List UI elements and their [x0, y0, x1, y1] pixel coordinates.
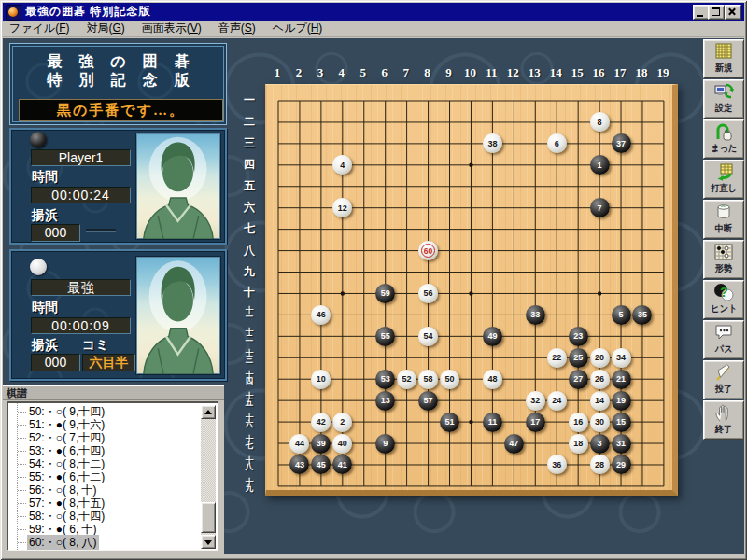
- captures-label: 揚浜: [32, 207, 58, 224]
- client-area: 最強の囲碁 特別記念版 黒の手番です…。 Player1 時間 00:00:24…: [3, 38, 744, 554]
- record-header: 棋譜: [3, 385, 224, 400]
- tool-label: 中断: [715, 222, 732, 235]
- stone-31: 31: [612, 434, 631, 454]
- turn-status: 黒の手番です…。: [19, 99, 223, 121]
- stone-59: 59: [375, 284, 395, 303]
- row-label: 十: [237, 284, 261, 301]
- mini-board-icon: [713, 243, 734, 262]
- stone-9: 9: [375, 434, 395, 454]
- move-list-item[interactable]: 60:・○( 8, 八): [8, 536, 218, 549]
- banner-frame: 最強の囲碁 特別記念版 黒の手番です…。: [12, 46, 224, 122]
- tool-label: パス: [715, 343, 733, 356]
- col-label: 1: [268, 65, 287, 80]
- stone-16: 16: [569, 413, 588, 432]
- suspend-button[interactable]: 中断: [703, 200, 744, 239]
- new-game-button[interactable]: 新規: [703, 39, 744, 78]
- stone-29: 29: [612, 455, 631, 474]
- tree-connector: [18, 451, 26, 452]
- tree-connector: [18, 438, 26, 439]
- stone-5: 5: [612, 305, 631, 325]
- row-label: 十七: [237, 434, 261, 451]
- col-label: 9: [440, 65, 458, 80]
- scroll-up-button[interactable]: [201, 405, 216, 419]
- undo-button[interactable]: まった: [703, 119, 744, 159]
- player-black-captures: 000: [31, 224, 80, 242]
- tree-connector: [18, 477, 26, 478]
- menu-item-3[interactable]: 画面表示(V): [142, 21, 202, 36]
- stone-42: 42: [311, 413, 331, 432]
- resign-button[interactable]: 投了: [703, 360, 744, 399]
- row-label: 五: [237, 177, 261, 194]
- scroll-down-button[interactable]: [201, 535, 216, 549]
- col-label: 18: [632, 65, 651, 80]
- tree-connector: [18, 529, 26, 530]
- stone-56: 56: [418, 284, 438, 303]
- close-button[interactable]: [725, 5, 741, 20]
- stone-32: 32: [526, 391, 545, 411]
- settings-button[interactable]: 設定: [703, 79, 744, 119]
- stone-48: 48: [483, 370, 502, 389]
- tree-line: [17, 403, 18, 550]
- menu-item-5[interactable]: ヘルプ(H): [273, 21, 323, 36]
- white-flag-icon: [713, 363, 734, 383]
- player-white-time: 00:00:09: [31, 317, 131, 334]
- menu-item-2[interactable]: 対局(G): [86, 21, 124, 36]
- stone-7: 7: [590, 198, 610, 217]
- row-label: 一: [237, 91, 261, 108]
- replay-button[interactable]: 打直し: [703, 160, 744, 199]
- stone-26: 26: [590, 370, 610, 389]
- col-label: 4: [332, 65, 351, 80]
- menu-item-1[interactable]: ファイル(F): [9, 21, 69, 36]
- row-label: 六: [237, 199, 261, 216]
- redo-board-icon: [713, 162, 734, 182]
- col-label: 12: [503, 65, 522, 80]
- stone-50: 50: [440, 370, 459, 389]
- maximize-button[interactable]: [708, 5, 725, 20]
- scroll-thumb[interactable]: [201, 502, 216, 533]
- row-label: 十二: [237, 327, 261, 343]
- stone-25: 25: [569, 348, 588, 368]
- row-label: 十一: [237, 305, 261, 322]
- tree-connector: [18, 503, 26, 504]
- stone-40: 40: [332, 434, 352, 454]
- tool-label: 新規: [715, 62, 732, 75]
- quit-button[interactable]: 終了: [703, 400, 744, 440]
- toolbar: 新規設定まった打直し中断形勢?ヒントパス投了終了: [703, 39, 744, 440]
- col-label: 10: [460, 65, 479, 80]
- hint-button[interactable]: ?ヒント: [703, 280, 744, 319]
- player-white-name: 最強: [31, 279, 131, 296]
- stone-34: 34: [612, 348, 631, 368]
- stone-28: 28: [590, 455, 610, 474]
- menu-item-4[interactable]: 音声(S): [218, 21, 256, 36]
- stone-30: 30: [590, 413, 610, 432]
- board-col-labels: 12345678910111213141516171819: [265, 65, 671, 82]
- new-board-icon: [713, 42, 734, 62]
- col-label: 8: [418, 65, 437, 80]
- evaluation-button[interactable]: 形勢: [703, 240, 744, 279]
- banner-title-line2: 特別記念版: [13, 72, 223, 89]
- app-icon[interactable]: [6, 5, 21, 21]
- col-label: 14: [546, 65, 565, 80]
- stone-27: 27: [569, 370, 588, 389]
- stone-8: 8: [590, 112, 610, 132]
- tool-label: 打直し: [711, 182, 737, 195]
- row-label: 二: [237, 113, 261, 130]
- player-black-time: 00:00:24: [31, 187, 131, 203]
- stone-51: 51: [440, 413, 459, 432]
- tool-label: 終了: [715, 423, 732, 436]
- pass-button[interactable]: パス: [703, 320, 744, 359]
- tree-connector: [18, 542, 26, 543]
- stone-55: 55: [375, 327, 395, 346]
- komi-value: 六目半: [82, 354, 135, 371]
- tool-label: 形勢: [715, 262, 732, 275]
- player-black-name: Player1: [31, 149, 131, 166]
- stone-49: 49: [483, 327, 502, 346]
- col-label: 2: [289, 65, 308, 80]
- col-label: 5: [354, 65, 373, 80]
- menu-bar: ファイル(F)対局(G)画面表示(V)音声(S)ヘルプ(H): [3, 21, 744, 37]
- go-board[interactable]: 1234567891011121314151617181920212223242…: [265, 84, 678, 496]
- black-stone-icon: [30, 132, 47, 148]
- stone-1: 1: [590, 155, 610, 175]
- stone-18: 18: [569, 434, 588, 454]
- tool-label: 投了: [715, 383, 732, 396]
